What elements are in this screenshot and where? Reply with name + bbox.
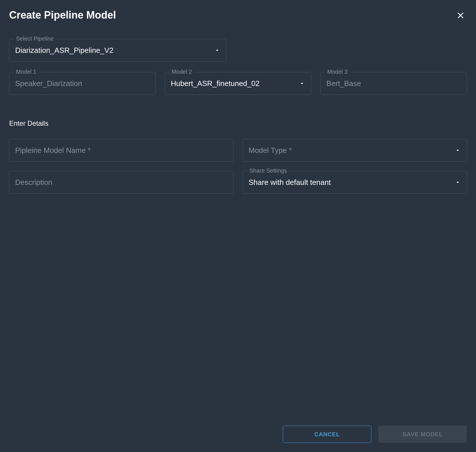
share-settings-value: Share with default tenant bbox=[249, 178, 455, 187]
chevron-down-icon bbox=[299, 80, 305, 87]
model-3-label: Model 3 bbox=[325, 69, 350, 75]
chevron-down-icon bbox=[214, 47, 220, 53]
share-settings-dropdown[interactable]: Share with default tenant bbox=[243, 171, 467, 194]
model-3-field: Model 3 Bert_Base bbox=[320, 72, 467, 95]
pipeline-row: Select Pipeline Diarization_ASR_Pipeline… bbox=[9, 39, 467, 62]
close-button[interactable] bbox=[454, 9, 467, 22]
dialog-footer: CANCEL SAVE MODEL bbox=[9, 414, 467, 443]
model-1-field: Model 1 Speaker_Diarization bbox=[9, 72, 156, 95]
model-2-value: Hubert_ASR_finetuned_02 bbox=[171, 79, 299, 88]
select-pipeline-value: Diarization_ASR_Pipeline_V2 bbox=[15, 46, 214, 55]
description-field: Description bbox=[9, 171, 233, 194]
model-type-dropdown[interactable]: Model Type * bbox=[243, 139, 467, 162]
model-1-label: Model 1 bbox=[14, 69, 39, 75]
save-model-button[interactable]: SAVE MODEL bbox=[378, 426, 467, 443]
select-pipeline-dropdown[interactable]: Diarization_ASR_Pipeline_V2 bbox=[9, 39, 226, 62]
cancel-button[interactable]: CANCEL bbox=[283, 426, 371, 443]
close-icon bbox=[457, 11, 465, 19]
dialog-header: Create Pipeline Model bbox=[9, 9, 467, 22]
model-2-dropdown[interactable]: Hubert_ASR_finetuned_02 bbox=[165, 72, 311, 95]
description-placeholder: Description bbox=[15, 178, 227, 187]
model-type-placeholder: Model Type * bbox=[249, 146, 455, 155]
model-2-label: Model 2 bbox=[169, 69, 194, 75]
enter-details-title: Enter Details bbox=[9, 119, 467, 127]
model-type-field: Model Type * bbox=[243, 139, 467, 162]
dialog-title: Create Pipeline Model bbox=[9, 9, 116, 21]
select-pipeline-label: Select Pipeline bbox=[14, 35, 56, 42]
chevron-down-icon bbox=[455, 179, 461, 185]
pipeline-model-name-field: Pipleine Model Name * bbox=[9, 139, 233, 162]
models-row: Model 1 Speaker_Diarization Model 2 Hube… bbox=[9, 72, 467, 95]
model-1-value: Speaker_Diarization bbox=[15, 79, 150, 88]
description-input[interactable]: Description bbox=[9, 171, 233, 194]
model-3-value: Bert_Base bbox=[326, 79, 461, 88]
model-2-field: Model 2 Hubert_ASR_finetuned_02 bbox=[165, 72, 311, 95]
select-pipeline-field: Select Pipeline Diarization_ASR_Pipeline… bbox=[9, 39, 226, 62]
share-settings-field: Share Settings Share with default tenant bbox=[243, 171, 467, 194]
details-grid: Pipleine Model Name * Model Type * Descr… bbox=[9, 139, 467, 194]
model-1-display: Speaker_Diarization bbox=[9, 72, 156, 95]
share-settings-label: Share Settings bbox=[247, 167, 289, 174]
pipeline-model-name-input[interactable]: Pipleine Model Name * bbox=[9, 139, 233, 162]
create-pipeline-dialog: Create Pipeline Model Select Pipeline Di… bbox=[0, 0, 476, 452]
model-3-display: Bert_Base bbox=[320, 72, 467, 95]
chevron-down-icon bbox=[455, 147, 461, 153]
pipeline-model-name-placeholder: Pipleine Model Name * bbox=[15, 146, 227, 155]
